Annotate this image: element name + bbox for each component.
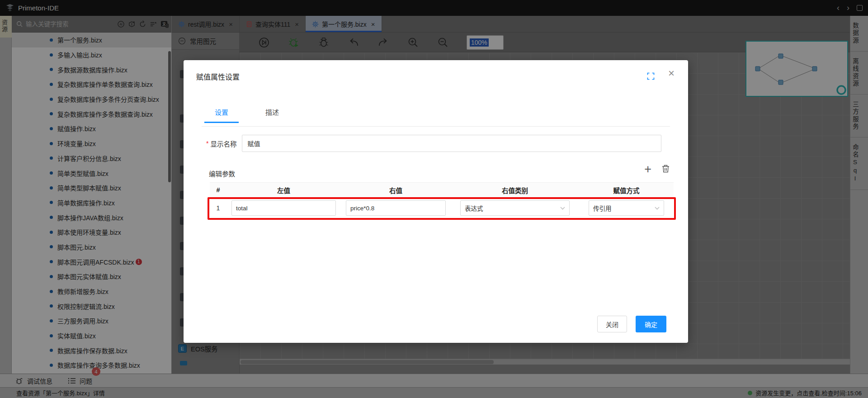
dialog-title: 赋值属性设置: [196, 71, 240, 82]
column-header: 右值类别: [451, 185, 579, 195]
tabs-divider: [202, 126, 670, 127]
ok-button[interactable]: 确定: [636, 316, 666, 332]
close-icon[interactable]: ×: [668, 68, 675, 79]
app-root: Primeton-IDE ‹ › 资源 AI 文 第一个服务.bizx多输: [0, 0, 868, 398]
dialog-tab[interactable]: 设置: [204, 107, 239, 123]
display-name-input[interactable]: [242, 135, 661, 152]
column-header: 左值: [226, 185, 341, 195]
required-mark: *: [206, 140, 208, 147]
add-row-icon[interactable]: +: [644, 163, 651, 175]
delete-row-icon[interactable]: [661, 164, 670, 175]
dialog-tabs: 设置描述: [204, 107, 289, 123]
column-header: #: [210, 186, 226, 194]
maximize-icon[interactable]: [647, 72, 655, 81]
mode-select[interactable]: 传引用: [589, 200, 664, 216]
display-name-row: * 显示名称: [206, 135, 661, 152]
params-table: #左值右值右值类别赋值方式 1表达式传引用: [210, 182, 674, 218]
params-table-header: #左值右值右值类别赋值方式: [210, 182, 674, 198]
row-index: 1: [217, 204, 220, 212]
category-value: 表达式: [465, 204, 483, 213]
close-button[interactable]: 关闭: [597, 316, 627, 332]
assignment-properties-dialog: 赋值属性设置 × 设置描述 * 显示名称 编辑参数 + #左值右值右值类别赋值方…: [184, 60, 688, 343]
display-name-label: 显示名称: [210, 139, 236, 148]
left-value-input[interactable]: [231, 200, 336, 216]
column-header: 右值: [341, 185, 451, 195]
params-table-row: 1表达式传引用: [210, 198, 674, 218]
right-value-input[interactable]: [346, 200, 446, 216]
chevron-down-icon: [560, 207, 565, 210]
dialog-tab[interactable]: 描述: [255, 107, 289, 123]
column-header: 赋值方式: [579, 185, 674, 195]
edit-params-title: 编辑参数: [209, 169, 235, 178]
chevron-down-icon: [655, 207, 660, 210]
category-select[interactable]: 表达式: [460, 200, 570, 216]
mode-value: 传引用: [593, 204, 612, 213]
